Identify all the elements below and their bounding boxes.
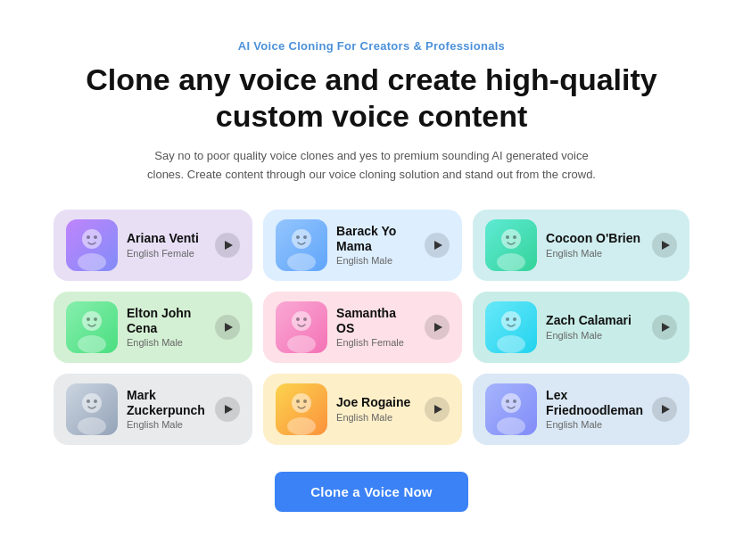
voice-lang-ariana: English Female bbox=[127, 248, 206, 259]
voice-info-mark: Mark ZuckerpunchEnglish Male bbox=[127, 388, 206, 431]
voice-info-lex: Lex FriednoodlemanEnglish Male bbox=[546, 388, 643, 431]
voice-card-mark: Mark ZuckerpunchEnglish Male bbox=[54, 374, 252, 445]
play-button-elton[interactable] bbox=[215, 315, 240, 340]
svg-point-29 bbox=[513, 317, 516, 321]
play-button-ariana[interactable] bbox=[215, 233, 240, 258]
svg-point-9 bbox=[303, 235, 307, 239]
avatar-elton bbox=[66, 301, 118, 353]
play-button-zach[interactable] bbox=[652, 315, 677, 340]
avatar-cocoon bbox=[485, 219, 537, 271]
voice-info-zach: Zach CalamariEnglish Male bbox=[546, 313, 643, 341]
svg-point-3 bbox=[87, 235, 90, 239]
headline: Clone any voice and create high-quality … bbox=[54, 62, 689, 135]
svg-point-13 bbox=[506, 235, 509, 239]
voice-lang-zach: English Male bbox=[546, 330, 643, 341]
svg-point-41 bbox=[501, 393, 521, 413]
svg-point-16 bbox=[82, 311, 102, 331]
svg-point-12 bbox=[497, 253, 525, 271]
svg-point-24 bbox=[303, 317, 307, 321]
voice-card-cocoon: Cocoon O'BrienEnglish Male bbox=[473, 210, 689, 281]
svg-point-38 bbox=[296, 399, 300, 403]
svg-point-8 bbox=[296, 235, 300, 239]
voice-name-lex: Lex Friednoodleman bbox=[546, 388, 643, 418]
voice-card-elton: Elton John CenaEnglish Male bbox=[54, 292, 252, 363]
svg-point-6 bbox=[292, 229, 311, 249]
avatar-mark bbox=[66, 383, 118, 435]
voice-info-barack: Barack Yo MamaEnglish Male bbox=[336, 224, 416, 267]
svg-point-31 bbox=[82, 393, 102, 413]
voice-info-samantha: Samantha OSEnglish Female bbox=[336, 306, 416, 349]
voice-name-joe: Joe Rogaine bbox=[336, 395, 416, 410]
svg-point-21 bbox=[292, 311, 311, 331]
voice-card-barack: Barack Yo MamaEnglish Male bbox=[263, 210, 462, 281]
svg-point-28 bbox=[506, 317, 509, 321]
svg-point-43 bbox=[506, 399, 509, 403]
svg-point-34 bbox=[94, 399, 97, 403]
play-button-samantha[interactable] bbox=[425, 315, 450, 340]
voice-info-elton: Elton John CenaEnglish Male bbox=[127, 306, 206, 349]
voice-name-zach: Zach Calamari bbox=[546, 313, 643, 328]
voice-name-barack: Barack Yo Mama bbox=[336, 224, 416, 254]
svg-point-23 bbox=[296, 317, 300, 321]
avatar-joe bbox=[276, 383, 327, 435]
voice-lang-cocoon: English Male bbox=[546, 248, 643, 259]
avatar-barack bbox=[276, 219, 327, 271]
voice-info-joe: Joe RogaineEnglish Male bbox=[336, 395, 416, 423]
svg-point-27 bbox=[497, 335, 525, 353]
svg-point-37 bbox=[287, 417, 316, 435]
svg-point-4 bbox=[94, 235, 97, 239]
play-button-barack[interactable] bbox=[425, 233, 450, 258]
voice-card-ariana: Ariana VentiEnglish Female bbox=[54, 210, 252, 281]
voice-lang-barack: English Male bbox=[336, 255, 416, 266]
voice-name-ariana: Ariana Venti bbox=[127, 231, 206, 246]
subtext: Say no to poor quality voice clones and … bbox=[140, 147, 604, 185]
voice-name-mark: Mark Zuckerpunch bbox=[127, 388, 206, 418]
clone-voice-button[interactable]: Clone a Voice Now bbox=[275, 472, 467, 512]
svg-point-14 bbox=[513, 235, 516, 239]
svg-point-44 bbox=[513, 399, 516, 403]
play-button-joe[interactable] bbox=[425, 397, 450, 422]
play-button-mark[interactable] bbox=[215, 397, 240, 422]
avatar-lex bbox=[485, 383, 537, 435]
voice-name-cocoon: Cocoon O'Brien bbox=[546, 231, 643, 246]
voice-name-samantha: Samantha OS bbox=[336, 306, 416, 336]
voice-lang-lex: English Male bbox=[546, 419, 643, 430]
voice-info-ariana: Ariana VentiEnglish Female bbox=[127, 231, 206, 259]
voice-card-samantha: Samantha OSEnglish Female bbox=[263, 292, 462, 363]
svg-point-26 bbox=[501, 311, 521, 331]
svg-point-11 bbox=[501, 229, 521, 249]
svg-point-42 bbox=[497, 417, 525, 435]
voice-card-zach: Zach CalamariEnglish Male bbox=[473, 292, 689, 363]
svg-point-17 bbox=[78, 335, 106, 353]
voice-lang-joe: English Male bbox=[336, 412, 416, 423]
voice-card-joe: Joe RogaineEnglish Male bbox=[263, 374, 462, 445]
voice-lang-samantha: English Female bbox=[336, 337, 416, 348]
voice-lang-elton: English Male bbox=[127, 337, 206, 348]
play-button-cocoon[interactable] bbox=[652, 233, 677, 258]
avatar-ariana bbox=[66, 219, 118, 271]
voices-grid: Ariana VentiEnglish Female Barack Yo Mam… bbox=[54, 210, 689, 445]
voice-lang-mark: English Male bbox=[127, 419, 206, 430]
avatar-samantha bbox=[276, 301, 327, 353]
svg-point-18 bbox=[87, 317, 90, 321]
svg-point-32 bbox=[78, 417, 106, 435]
svg-point-33 bbox=[87, 399, 90, 403]
voice-name-elton: Elton John Cena bbox=[127, 306, 206, 336]
svg-point-39 bbox=[303, 399, 307, 403]
svg-point-22 bbox=[287, 335, 316, 353]
play-button-lex[interactable] bbox=[652, 397, 677, 422]
avatar-zach bbox=[485, 301, 537, 353]
voice-card-lex: Lex FriednoodlemanEnglish Male bbox=[473, 374, 689, 445]
svg-point-19 bbox=[94, 317, 97, 321]
page-container: AI Voice Cloning For Creators & Professi… bbox=[0, 12, 743, 547]
svg-point-7 bbox=[287, 253, 316, 271]
tagline: AI Voice Cloning For Creators & Professi… bbox=[54, 39, 689, 53]
voice-info-cocoon: Cocoon O'BrienEnglish Male bbox=[546, 231, 643, 259]
svg-point-1 bbox=[82, 229, 102, 249]
svg-point-2 bbox=[78, 253, 106, 271]
svg-point-36 bbox=[292, 393, 311, 413]
